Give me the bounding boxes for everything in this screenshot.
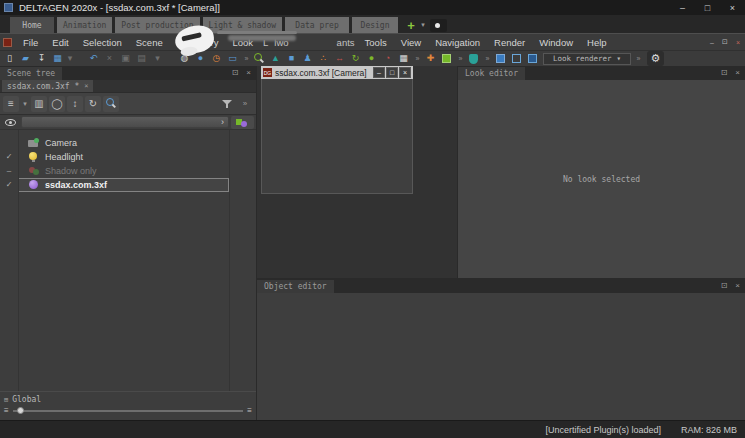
vertex-snap-icon[interactable]: ∴ [316, 52, 331, 66]
viewport-window-titlebar[interactable]: DG ssdax.com.3xf [Camera] – □ × [261, 66, 413, 79]
viewport-window[interactable]: DG ssdax.com.3xf [Camera] – □ × [261, 66, 413, 194]
import-icon[interactable]: ↧ [34, 52, 49, 66]
toolbar-overflow-icon[interactable]: » [242, 55, 251, 62]
viewport-minimize-icon[interactable]: – [373, 67, 385, 78]
copy-icon[interactable]: ▣ [118, 52, 133, 66]
save-icon[interactable]: ▦ [50, 52, 65, 66]
toolbar-overflow-icon[interactable]: » [483, 55, 492, 62]
open-folder-icon[interactable]: ▰ [18, 52, 33, 66]
stats-pie-icon[interactable]: ◔ [380, 52, 395, 66]
document-minimize-icon[interactable]: – [707, 37, 717, 47]
document-tab[interactable]: ssdax.com.3xf * × [2, 80, 93, 92]
visibility-mark[interactable]: ✓ [0, 153, 18, 161]
add-tab-button[interactable]: + [403, 17, 419, 33]
filter-funnel-icon[interactable] [219, 96, 235, 112]
timeline-slider[interactable] [13, 410, 244, 412]
document-close-icon[interactable]: × [733, 37, 743, 47]
world-reference-icon[interactable]: ◯ [49, 96, 65, 112]
menu-render[interactable]: Render [487, 37, 532, 48]
cube-mixed-icon[interactable] [525, 52, 540, 66]
menu-help[interactable]: Help [580, 37, 614, 48]
timeline-slider-thumb[interactable] [17, 407, 24, 414]
tab-overflow-caret[interactable]: ▾ [419, 17, 427, 33]
ribbon-tab-design[interactable]: Design [352, 17, 398, 33]
paste-icon[interactable]: ▤ [134, 52, 149, 66]
capture-icon[interactable]: ▭ [225, 52, 240, 66]
transform-axes-icon[interactable]: ✚ [423, 52, 438, 66]
viewport-maximize-icon[interactable]: □ [386, 67, 398, 78]
menu-view[interactable]: View [394, 37, 428, 48]
menu-file[interactable]: File [16, 37, 45, 48]
menu-scene[interactable]: Scene [129, 37, 170, 48]
sync-selection-icon[interactable]: ↻ [85, 96, 101, 112]
rotate-icon[interactable]: ↻ [348, 52, 363, 66]
grid-snap-icon[interactable]: ▦ [396, 52, 411, 66]
float-panel-icon[interactable]: ⊡ [721, 282, 728, 290]
timeline-list-right-icon[interactable]: ≡ [247, 407, 252, 415]
undo-icon[interactable]: ↶ [86, 52, 101, 66]
new-file-icon[interactable]: ▯ [2, 52, 17, 66]
redo-icon[interactable]: ▾ [150, 52, 165, 66]
tree-row-shadow-only[interactable]: – Shadow only [0, 164, 229, 178]
ribbon-tab-home[interactable]: Home [10, 17, 54, 33]
viewport-canvas[interactable] [261, 79, 413, 194]
menu-tools[interactable]: Tools [358, 37, 394, 48]
eye-icon[interactable] [5, 119, 16, 126]
measure-icon[interactable]: ↔ [332, 52, 347, 66]
geometry-cube-icon[interactable] [439, 52, 454, 66]
maximize-button[interactable]: □ [695, 0, 720, 15]
float-panel-icon[interactable]: ⊡ [721, 69, 728, 77]
object-editor-title[interactable]: Object editor [257, 280, 334, 293]
menu-window[interactable]: Window [532, 37, 580, 48]
document-restore-icon[interactable]: ⊡ [720, 37, 730, 47]
name-column-header[interactable]: › [21, 116, 229, 128]
settings-gear-icon[interactable]: ⚙ [647, 51, 664, 66]
look-editor-body: No look selected [458, 80, 745, 278]
cube-solid-icon[interactable] [493, 52, 508, 66]
close-panel-icon[interactable]: × [735, 282, 740, 290]
cube-wireframe-icon[interactable] [509, 52, 524, 66]
menu-navigation[interactable]: Navigation [428, 37, 487, 48]
find-node-icon[interactable] [103, 96, 119, 112]
look-renderer-select[interactable]: Look renderer ▾ [543, 53, 631, 65]
close-button[interactable]: × [720, 0, 745, 15]
rect-select-icon[interactable]: ■ [284, 52, 299, 66]
float-panel-icon[interactable]: ⊡ [232, 69, 239, 77]
viewport-close-icon[interactable]: × [399, 67, 411, 78]
save-more-caret-icon[interactable]: ▾ [66, 52, 74, 66]
materials-toggle-icon[interactable] [231, 116, 254, 129]
tree-row-model-root[interactable]: ✓ ssdax.com.3xf [0, 178, 229, 192]
zoom-select-icon[interactable] [252, 52, 267, 66]
object-pick-icon[interactable]: ♟ [300, 52, 315, 66]
timer-icon[interactable]: ◷ [209, 52, 224, 66]
ribbon-tab-animation[interactable]: Animation [57, 17, 112, 33]
visibility-mark[interactable]: – [0, 167, 18, 175]
quick-search-button[interactable] [430, 19, 447, 32]
toolbar-overflow-icon[interactable]: » [456, 55, 465, 62]
tree-row-headlight[interactable]: ✓ Headlight [0, 150, 229, 164]
tree-row-camera[interactable]: Camera [0, 136, 229, 150]
display-mode-caret-icon[interactable]: ▾ [21, 96, 29, 112]
validate-shield-icon[interactable] [466, 52, 481, 66]
show-selected-icon[interactable]: ▥ [31, 96, 47, 112]
scene-tree-overflow-icon[interactable]: » [237, 96, 253, 112]
document-tab-close-icon[interactable]: × [84, 82, 88, 90]
look-editor-title[interactable]: Look editor [458, 67, 525, 80]
expand-branches-icon[interactable]: ↕ [67, 96, 83, 112]
document-system-icon[interactable] [3, 38, 12, 47]
globe-icon[interactable]: ● [364, 52, 379, 66]
toolbar-overflow-icon[interactable]: » [634, 55, 643, 62]
expand-global-icon[interactable]: ⊞ [4, 396, 8, 404]
scene-tree-title[interactable]: Scene tree [0, 67, 62, 80]
display-mode-icon[interactable]: ≡ [3, 96, 19, 112]
close-panel-icon[interactable]: × [735, 69, 740, 77]
timeline-list-left-icon[interactable]: ≡ [4, 407, 9, 415]
close-panel-icon[interactable]: × [246, 69, 251, 77]
delete-icon[interactable]: × [102, 52, 117, 66]
visibility-mark[interactable]: ✓ [0, 181, 18, 189]
cone-pick-icon[interactable]: ▲ [268, 52, 283, 66]
minimize-button[interactable]: – [670, 0, 695, 15]
menu-selection[interactable]: Selection [76, 37, 129, 48]
menu-edit[interactable]: Edit [45, 37, 75, 48]
toolbar-overflow-icon[interactable]: » [413, 55, 422, 62]
